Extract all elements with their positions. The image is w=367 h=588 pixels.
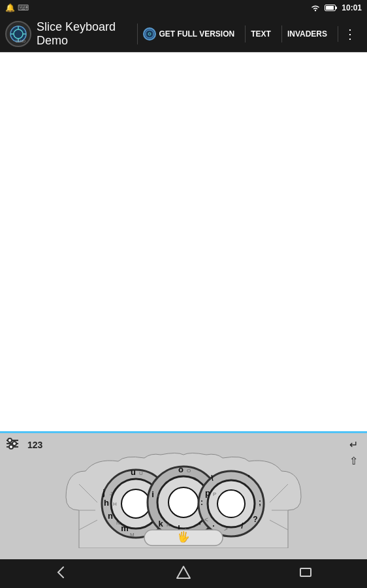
- back-button[interactable]: [40, 559, 82, 589]
- home-button[interactable]: [163, 559, 204, 589]
- notification-icon-2: ⌨: [18, 3, 29, 12]
- app-title: Slice Keyboard Demo: [37, 20, 132, 48]
- more-options-button[interactable]: ⋮: [338, 26, 362, 42]
- shift-button[interactable]: ⇧: [345, 453, 362, 468]
- shift-icon: ⇧: [349, 455, 358, 466]
- keyboard-left-controls: 123: [5, 438, 45, 453]
- disc-icon: [145, 29, 154, 39]
- svg-rect-3: [326, 6, 334, 10]
- svg-rect-2: [336, 7, 338, 9]
- get-full-icon: [143, 27, 156, 41]
- keyboard-svg: u U j J h H n N m M i I o O p P k: [59, 451, 308, 548]
- svg-text:U: U: [139, 470, 143, 476]
- keyboard-right-controls: ← ↵ ⇧: [343, 433, 362, 468]
- svg-point-16: [12, 442, 16, 446]
- enter-icon: ↵: [349, 439, 358, 450]
- keyboard-settings-button[interactable]: [5, 438, 20, 453]
- svg-text:O: O: [187, 468, 191, 474]
- svg-point-0: [315, 10, 316, 11]
- svg-text:?: ?: [253, 515, 257, 524]
- svg-text:K: K: [167, 522, 170, 528]
- text-label: TEXT: [251, 29, 271, 39]
- wifi-icon: [310, 4, 321, 12]
- svg-text:N: N: [116, 520, 120, 526]
- svg-text:m: m: [121, 523, 129, 533]
- svg-text:': ': [199, 521, 200, 531]
- knuckle-duster-keyboard[interactable]: u U j J h H n N m M i I o O p P k: [59, 451, 308, 548]
- svg-text:P: P: [213, 491, 216, 497]
- svg-text:o: o: [178, 465, 184, 474]
- main-content: [0, 52, 367, 431]
- svg-text:DEMO: DEMO: [16, 39, 25, 43]
- svg-text:🖐: 🖐: [177, 531, 190, 543]
- svg-point-24: [168, 487, 199, 517]
- recents-button[interactable]: [285, 559, 327, 589]
- app-bar: DEMO Slice Keyboard Demo GET FULL VERSIO…: [0, 16, 367, 52]
- svg-text:k: k: [158, 519, 163, 529]
- text-button[interactable]: TEXT: [245, 25, 276, 42]
- numeric-mode-button[interactable]: 123: [25, 438, 45, 451]
- svg-text:p: p: [205, 488, 210, 498]
- svg-rect-67: [300, 568, 311, 576]
- numeric-label: 123: [27, 440, 42, 450]
- status-right-icons: 10:01: [310, 3, 362, 12]
- notification-icon-1: 🔔: [5, 3, 15, 12]
- get-full-version-button[interactable]: GET FULL VERSION: [137, 24, 240, 44]
- svg-point-21: [121, 489, 150, 518]
- app-logo-icon: DEMO: [9, 25, 27, 43]
- svg-text::: :: [200, 498, 203, 507]
- svg-text:': ': [248, 474, 250, 483]
- svg-text:I: I: [157, 493, 159, 498]
- back-icon: [54, 564, 69, 580]
- svg-text:j: j: [102, 487, 105, 497]
- svg-text:<: <: [204, 516, 208, 523]
- status-time: 10:01: [342, 3, 362, 12]
- svg-text:h: h: [104, 498, 109, 508]
- svg-marker-66: [177, 566, 190, 578]
- svg-point-18: [9, 445, 13, 449]
- svg-point-27: [217, 490, 245, 517]
- app-icon: DEMO: [5, 21, 31, 47]
- svg-text:n: n: [108, 511, 113, 521]
- svg-text:J: J: [110, 491, 112, 497]
- nav-bar: [0, 559, 367, 588]
- svg-text:H: H: [113, 501, 117, 507]
- status-bar: 🔔 ⌨ 10:01: [0, 0, 367, 16]
- keyboard-area: 123 ← ↵ ⇧: [0, 433, 367, 559]
- backspace-button[interactable]: ←: [343, 433, 362, 436]
- svg-point-14: [8, 438, 12, 442]
- svg-text:>: >: [224, 525, 228, 532]
- status-notifications: 🔔 ⌨: [5, 3, 29, 12]
- enter-button[interactable]: ↵: [345, 437, 362, 452]
- recents-icon: [298, 564, 313, 580]
- invaders-button[interactable]: INVADERS: [281, 25, 332, 42]
- home-icon: [176, 564, 191, 580]
- invaders-label: INVADERS: [287, 29, 327, 39]
- svg-point-11: [146, 30, 153, 38]
- settings-sliders-icon: [5, 438, 20, 449]
- svg-text:.: .: [212, 519, 214, 529]
- get-full-label: GET FULL VERSION: [159, 29, 234, 39]
- svg-text:u: u: [131, 467, 136, 477]
- svg-text:;: ;: [259, 498, 261, 507]
- more-icon: ⋮: [343, 27, 357, 41]
- battery-icon: [325, 4, 338, 12]
- svg-text:M: M: [130, 532, 135, 538]
- svg-text:i: i: [152, 489, 154, 499]
- backspace-icon: ←: [347, 433, 358, 434]
